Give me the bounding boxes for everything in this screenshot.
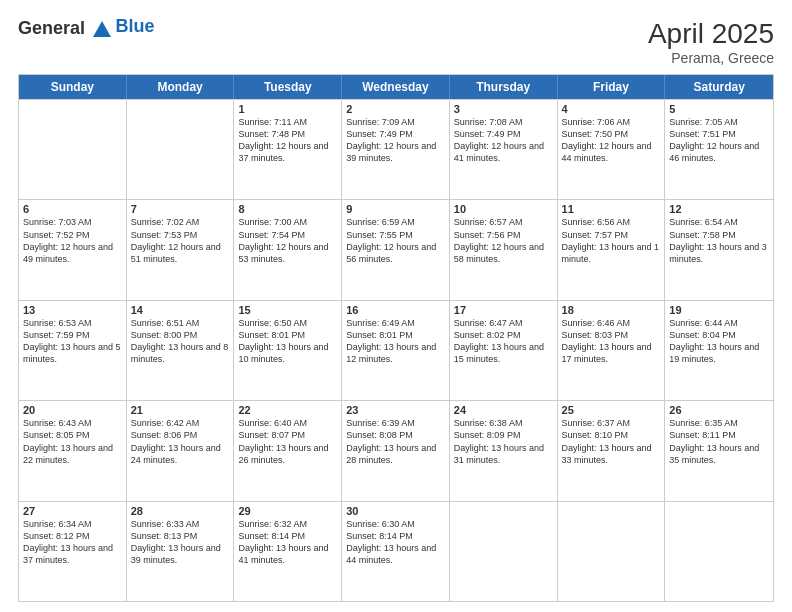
- calendar-cell: 21Sunrise: 6:42 AM Sunset: 8:06 PM Dayli…: [127, 401, 235, 500]
- calendar-cell: 19Sunrise: 6:44 AM Sunset: 8:04 PM Dayli…: [665, 301, 773, 400]
- day-info: Sunrise: 7:08 AM Sunset: 7:49 PM Dayligh…: [454, 116, 553, 165]
- day-number: 28: [131, 505, 230, 517]
- header: General Blue April 2025 Perama, Greece: [18, 18, 774, 66]
- calendar-cell: 28Sunrise: 6:33 AM Sunset: 8:13 PM Dayli…: [127, 502, 235, 601]
- calendar-cell: 5Sunrise: 7:05 AM Sunset: 7:51 PM Daylig…: [665, 100, 773, 199]
- day-number: 14: [131, 304, 230, 316]
- day-info: Sunrise: 6:50 AM Sunset: 8:01 PM Dayligh…: [238, 317, 337, 366]
- day-number: 3: [454, 103, 553, 115]
- calendar-cell: 17Sunrise: 6:47 AM Sunset: 8:02 PM Dayli…: [450, 301, 558, 400]
- day-info: Sunrise: 6:56 AM Sunset: 7:57 PM Dayligh…: [562, 216, 661, 265]
- day-number: 13: [23, 304, 122, 316]
- day-info: Sunrise: 6:30 AM Sunset: 8:14 PM Dayligh…: [346, 518, 445, 567]
- day-number: 11: [562, 203, 661, 215]
- calendar-cell: 11Sunrise: 6:56 AM Sunset: 7:57 PM Dayli…: [558, 200, 666, 299]
- day-number: 30: [346, 505, 445, 517]
- calendar-cell: 26Sunrise: 6:35 AM Sunset: 8:11 PM Dayli…: [665, 401, 773, 500]
- day-info: Sunrise: 7:00 AM Sunset: 7:54 PM Dayligh…: [238, 216, 337, 265]
- day-info: Sunrise: 7:11 AM Sunset: 7:48 PM Dayligh…: [238, 116, 337, 165]
- calendar-row: 27Sunrise: 6:34 AM Sunset: 8:12 PM Dayli…: [19, 501, 773, 601]
- day-info: Sunrise: 6:39 AM Sunset: 8:08 PM Dayligh…: [346, 417, 445, 466]
- day-info: Sunrise: 6:49 AM Sunset: 8:01 PM Dayligh…: [346, 317, 445, 366]
- day-of-week-sunday: Sunday: [19, 75, 127, 99]
- day-info: Sunrise: 6:46 AM Sunset: 8:03 PM Dayligh…: [562, 317, 661, 366]
- page: General Blue April 2025 Perama, Greece S…: [0, 0, 792, 612]
- day-number: 16: [346, 304, 445, 316]
- calendar-cell: 13Sunrise: 6:53 AM Sunset: 7:59 PM Dayli…: [19, 301, 127, 400]
- calendar-row: 1Sunrise: 7:11 AM Sunset: 7:48 PM Daylig…: [19, 99, 773, 199]
- title-block: April 2025 Perama, Greece: [648, 18, 774, 66]
- calendar-cell: 15Sunrise: 6:50 AM Sunset: 8:01 PM Dayli…: [234, 301, 342, 400]
- day-of-week-thursday: Thursday: [450, 75, 558, 99]
- day-number: 21: [131, 404, 230, 416]
- calendar-cell: [558, 502, 666, 601]
- calendar-cell: 27Sunrise: 6:34 AM Sunset: 8:12 PM Dayli…: [19, 502, 127, 601]
- calendar-cell: 22Sunrise: 6:40 AM Sunset: 8:07 PM Dayli…: [234, 401, 342, 500]
- logo-blue-text: Blue: [116, 16, 155, 37]
- calendar-header: SundayMondayTuesdayWednesdayThursdayFrid…: [19, 75, 773, 99]
- logo-general-text: General: [18, 18, 85, 38]
- day-number: 2: [346, 103, 445, 115]
- calendar-cell: 10Sunrise: 6:57 AM Sunset: 7:56 PM Dayli…: [450, 200, 558, 299]
- logo-general: General: [18, 18, 114, 41]
- day-info: Sunrise: 6:37 AM Sunset: 8:10 PM Dayligh…: [562, 417, 661, 466]
- day-number: 24: [454, 404, 553, 416]
- day-of-week-wednesday: Wednesday: [342, 75, 450, 99]
- logo: General Blue: [18, 18, 155, 41]
- day-info: Sunrise: 6:47 AM Sunset: 8:02 PM Dayligh…: [454, 317, 553, 366]
- calendar-body: 1Sunrise: 7:11 AM Sunset: 7:48 PM Daylig…: [19, 99, 773, 601]
- calendar-cell: 14Sunrise: 6:51 AM Sunset: 8:00 PM Dayli…: [127, 301, 235, 400]
- day-number: 25: [562, 404, 661, 416]
- day-of-week-saturday: Saturday: [665, 75, 773, 99]
- day-info: Sunrise: 6:51 AM Sunset: 8:00 PM Dayligh…: [131, 317, 230, 366]
- calendar-cell: 1Sunrise: 7:11 AM Sunset: 7:48 PM Daylig…: [234, 100, 342, 199]
- logo-icon: [91, 19, 113, 41]
- day-number: 9: [346, 203, 445, 215]
- calendar-cell: 2Sunrise: 7:09 AM Sunset: 7:49 PM Daylig…: [342, 100, 450, 199]
- day-number: 22: [238, 404, 337, 416]
- day-number: 23: [346, 404, 445, 416]
- day-info: Sunrise: 6:59 AM Sunset: 7:55 PM Dayligh…: [346, 216, 445, 265]
- calendar-cell: 24Sunrise: 6:38 AM Sunset: 8:09 PM Dayli…: [450, 401, 558, 500]
- day-info: Sunrise: 6:44 AM Sunset: 8:04 PM Dayligh…: [669, 317, 769, 366]
- calendar-cell: 4Sunrise: 7:06 AM Sunset: 7:50 PM Daylig…: [558, 100, 666, 199]
- calendar-cell: 16Sunrise: 6:49 AM Sunset: 8:01 PM Dayli…: [342, 301, 450, 400]
- day-info: Sunrise: 6:57 AM Sunset: 7:56 PM Dayligh…: [454, 216, 553, 265]
- day-info: Sunrise: 6:43 AM Sunset: 8:05 PM Dayligh…: [23, 417, 122, 466]
- day-info: Sunrise: 7:03 AM Sunset: 7:52 PM Dayligh…: [23, 216, 122, 265]
- calendar-subtitle: Perama, Greece: [648, 50, 774, 66]
- calendar-row: 20Sunrise: 6:43 AM Sunset: 8:05 PM Dayli…: [19, 400, 773, 500]
- day-of-week-tuesday: Tuesday: [234, 75, 342, 99]
- calendar-cell: 12Sunrise: 6:54 AM Sunset: 7:58 PM Dayli…: [665, 200, 773, 299]
- calendar-cell: 20Sunrise: 6:43 AM Sunset: 8:05 PM Dayli…: [19, 401, 127, 500]
- day-number: 5: [669, 103, 769, 115]
- day-number: 10: [454, 203, 553, 215]
- calendar-cell: 30Sunrise: 6:30 AM Sunset: 8:14 PM Dayli…: [342, 502, 450, 601]
- day-info: Sunrise: 6:34 AM Sunset: 8:12 PM Dayligh…: [23, 518, 122, 567]
- day-info: Sunrise: 6:38 AM Sunset: 8:09 PM Dayligh…: [454, 417, 553, 466]
- day-number: 8: [238, 203, 337, 215]
- calendar-cell: [665, 502, 773, 601]
- day-info: Sunrise: 6:42 AM Sunset: 8:06 PM Dayligh…: [131, 417, 230, 466]
- calendar-row: 6Sunrise: 7:03 AM Sunset: 7:52 PM Daylig…: [19, 199, 773, 299]
- day-number: 20: [23, 404, 122, 416]
- day-number: 26: [669, 404, 769, 416]
- day-number: 6: [23, 203, 122, 215]
- day-info: Sunrise: 6:35 AM Sunset: 8:11 PM Dayligh…: [669, 417, 769, 466]
- day-number: 17: [454, 304, 553, 316]
- day-number: 18: [562, 304, 661, 316]
- day-info: Sunrise: 7:09 AM Sunset: 7:49 PM Dayligh…: [346, 116, 445, 165]
- day-number: 1: [238, 103, 337, 115]
- day-number: 19: [669, 304, 769, 316]
- calendar-title: April 2025: [648, 18, 774, 50]
- day-of-week-friday: Friday: [558, 75, 666, 99]
- day-number: 7: [131, 203, 230, 215]
- day-info: Sunrise: 6:53 AM Sunset: 7:59 PM Dayligh…: [23, 317, 122, 366]
- day-info: Sunrise: 6:32 AM Sunset: 8:14 PM Dayligh…: [238, 518, 337, 567]
- calendar-cell: 6Sunrise: 7:03 AM Sunset: 7:52 PM Daylig…: [19, 200, 127, 299]
- calendar-cell: [19, 100, 127, 199]
- day-info: Sunrise: 7:06 AM Sunset: 7:50 PM Dayligh…: [562, 116, 661, 165]
- calendar-cell: 29Sunrise: 6:32 AM Sunset: 8:14 PM Dayli…: [234, 502, 342, 601]
- day-number: 15: [238, 304, 337, 316]
- day-number: 29: [238, 505, 337, 517]
